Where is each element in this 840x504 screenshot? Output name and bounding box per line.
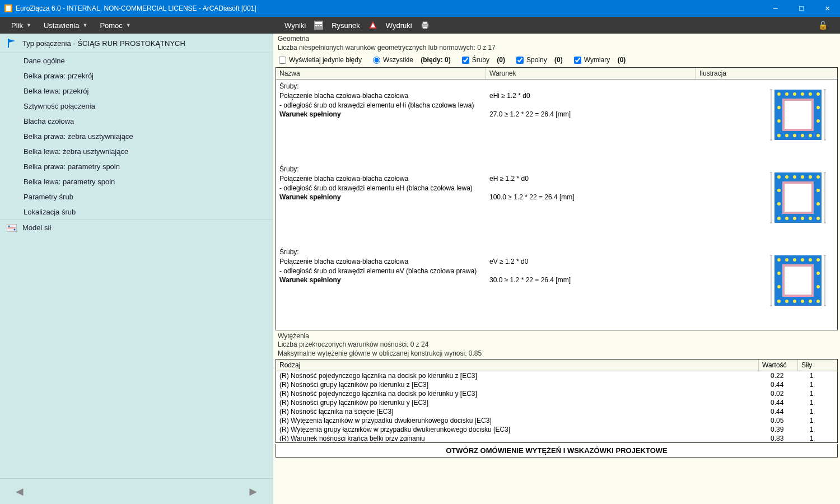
svg-point-35: [816, 119, 820, 123]
svg-rect-19: [783, 100, 813, 130]
svg-point-53: [816, 202, 820, 206]
svg-point-39: [785, 175, 788, 179]
geometria-header-row: Nazwa Warunek Ilustracja: [276, 68, 837, 80]
svg-point-30: [809, 134, 812, 137]
svg-point-66: [809, 300, 812, 303]
wytezenia-row[interactable]: (R) Warunek nośności krańca belki przy z…: [276, 434, 837, 441]
col-wartosc[interactable]: Wartość: [759, 360, 798, 371]
illustration-icon: [770, 167, 826, 228]
col-nazwa[interactable]: Nazwa: [276, 68, 486, 79]
svg-point-34: [816, 106, 820, 109]
svg-point-70: [816, 272, 820, 275]
printer-icon[interactable]: [420, 20, 430, 30]
filter-spoiny[interactable]: Spoiny (0): [516, 56, 563, 64]
svg-rect-37: [783, 183, 813, 213]
minimize-button[interactable]: ─: [763, 0, 788, 17]
menu-wyniki[interactable]: Wyniki: [280, 19, 310, 32]
sidebar-item-3[interactable]: Sztywność połączenia: [0, 99, 273, 114]
sidebar-item-10[interactable]: Lokalizacja śrub: [0, 204, 273, 220]
sidebar-item-9[interactable]: Parametry śrub: [0, 189, 273, 204]
col-warunek[interactable]: Warunek: [486, 68, 696, 79]
wytezenia-row[interactable]: (R) Nośność łącznika na ścięcie [EC3]0.4…: [276, 407, 837, 416]
menu-ustawienia[interactable]: Ustawienia▼: [39, 19, 92, 32]
svg-rect-11: [423, 26, 427, 29]
model-icon: [7, 224, 17, 232]
sidebar-item-4[interactable]: Blacha czołowa: [0, 114, 273, 129]
svg-rect-5: [318, 25, 319, 26]
lock-icon[interactable]: 🔓: [818, 21, 828, 30]
next-arrow[interactable]: ►: [247, 484, 259, 499]
geometria-row[interactable]: Śruby:Połączenie blacha czołowa-blacha c…: [276, 80, 837, 162]
svg-point-56: [777, 258, 781, 262]
sidebar-item-5[interactable]: Belka prawa: żebra usztywniające: [0, 129, 273, 144]
svg-point-62: [777, 300, 781, 303]
wytezenia-row[interactable]: (R) Nośności grupy łączników po kierunku…: [276, 380, 837, 389]
menu-wydruki[interactable]: Wydruki: [381, 19, 417, 32]
svg-point-20: [777, 92, 781, 96]
svg-point-26: [777, 134, 781, 137]
svg-point-16: [8, 225, 10, 227]
sidebar-item-6[interactable]: Belka lewa: żebra usztywniające: [0, 144, 273, 159]
wytezenia-body[interactable]: (R) Nośność pojedynczego łącznika na doc…: [276, 371, 837, 441]
wytezenia-row[interactable]: (R) Wytężenia łączników w przypadku dwuk…: [276, 416, 837, 425]
filter-all[interactable]: Wszystkie (błędy: 0): [373, 56, 451, 64]
svg-point-28: [793, 134, 796, 137]
wytezenia-row[interactable]: (R) Wytężenia grupy łączników w przypadk…: [276, 425, 837, 434]
svg-point-33: [777, 119, 781, 123]
col-rodzaj[interactable]: Rodzaj: [276, 360, 759, 371]
svg-point-43: [816, 175, 820, 179]
menu-pomoc[interactable]: Pomoc▼: [95, 19, 135, 32]
svg-point-41: [801, 175, 804, 179]
geometria-row[interactable]: Śruby:Połączenie blacha czołowa-blacha c…: [276, 162, 837, 245]
col-ilustracja[interactable]: Ilustracja: [696, 68, 837, 79]
svg-point-52: [816, 189, 820, 192]
menu-plik[interactable]: Plik▼: [7, 19, 36, 32]
geometria-row[interactable]: Śruby:Połączenie blacha czołowa-blacha c…: [276, 245, 837, 328]
warning-icon[interactable]: [368, 20, 378, 30]
maximize-button[interactable]: ☐: [788, 0, 814, 17]
svg-point-46: [793, 217, 796, 220]
svg-point-25: [816, 92, 820, 96]
sidebar-title: Typ połączenia - ŚCIĄG RUR PROSTOKĄTNYCH: [22, 39, 185, 48]
svg-point-63: [785, 300, 788, 303]
wytezenia-row[interactable]: (R) Nośności grupy łączników po kierunku…: [276, 398, 837, 407]
menu-rysunek[interactable]: Rysunek: [327, 19, 365, 32]
content-panel: Geometria Liczba niespełnionych warunków…: [273, 34, 840, 504]
svg-point-32: [777, 106, 781, 109]
geometria-title: Geometria: [273, 34, 840, 43]
svg-point-68: [777, 272, 781, 275]
geometria-table: Nazwa Warunek Ilustracja Śruby:Połączeni…: [276, 67, 838, 330]
sidebar: Typ połączenia - ŚCIĄG RUR PROSTOKĄTNYCH…: [0, 34, 273, 504]
illustration-icon: [770, 84, 826, 146]
close-button[interactable]: ✕: [814, 0, 840, 17]
sidebar-item-1[interactable]: Belka prawa: przekrój: [0, 68, 273, 83]
prev-arrow[interactable]: ◄: [13, 484, 26, 499]
sidebar-item-model-sil[interactable]: Model sił: [0, 220, 273, 235]
svg-point-42: [809, 175, 812, 179]
wytezenia-row[interactable]: (R) Nośność pojedynczego łącznika na doc…: [276, 371, 837, 380]
sidebar-item-7[interactable]: Belka prawa: parametry spoin: [0, 159, 273, 174]
filters-row: Wyświetlaj jedynie błędy Wszystkie (błęd…: [273, 54, 840, 67]
col-sily[interactable]: Siły: [798, 360, 837, 371]
filter-errors-only[interactable]: Wyświetlaj jedynie błędy: [279, 56, 362, 64]
filter-wymiary[interactable]: Wymiary (0): [574, 56, 626, 64]
svg-point-69: [777, 285, 781, 288]
svg-point-50: [777, 189, 781, 192]
filter-sruby[interactable]: Śruby (0): [462, 56, 505, 64]
nav-list: Dane ogólneBelka prawa: przekrójBelka le…: [0, 53, 273, 478]
sidebar-item-8[interactable]: Belka lewa: parametry spoin: [0, 174, 273, 189]
svg-point-60: [809, 258, 812, 262]
sidebar-item-2[interactable]: Belka lewa: przekrój: [0, 83, 273, 99]
wytezenia-title: Wytężenia: [273, 330, 840, 340]
geometria-body[interactable]: Śruby:Połączenie blacha czołowa-blacha c…: [276, 80, 837, 329]
wytezenia-summary2: Maksymalne wytężenie główne w obliczanej…: [273, 349, 840, 358]
svg-point-49: [816, 217, 820, 220]
sidebar-item-0[interactable]: Dane ogólne: [0, 53, 273, 68]
svg-point-65: [801, 300, 804, 303]
wytezenia-row[interactable]: (R) Nośność pojedynczego łącznika na doc…: [276, 389, 837, 398]
svg-point-29: [801, 134, 804, 137]
svg-point-67: [816, 300, 820, 303]
open-discussion-button[interactable]: OTWÓRZ OMÓWIENIE WYTĘŻEŃ I WSKAZÓWKI PRO…: [276, 444, 838, 458]
app-icon: [4, 4, 12, 12]
calculator-icon[interactable]: [314, 20, 324, 30]
